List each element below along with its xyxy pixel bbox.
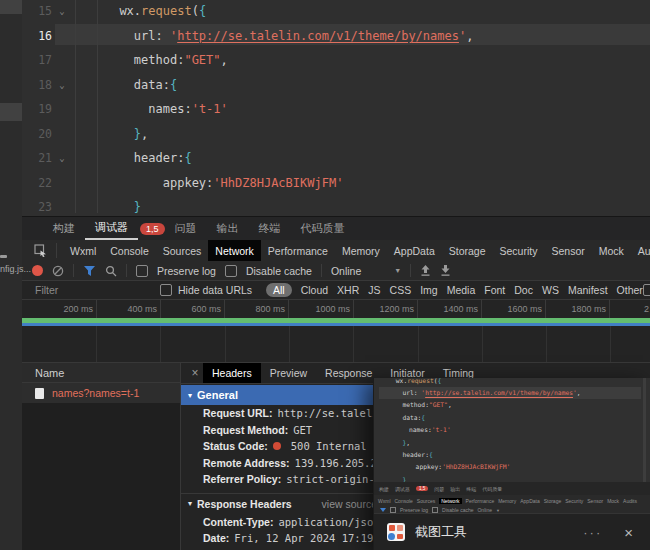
record-icon[interactable]	[32, 265, 43, 276]
filter-type-WS[interactable]: WS	[542, 284, 559, 296]
timeline-waterfall[interactable]	[22, 326, 650, 363]
hide-data-urls-checkbox[interactable]	[160, 284, 172, 296]
tab-Wxml[interactable]: Wxml	[378, 498, 391, 504]
tab-Console[interactable]: Console	[395, 498, 413, 504]
tab-Network[interactable]: Network	[439, 498, 461, 504]
tab-代码质量[interactable]: 代码质量	[291, 217, 355, 240]
filter-type-All[interactable]: All	[266, 283, 292, 297]
close-icon[interactable]: ×	[187, 363, 203, 383]
tab-Wxml[interactable]: Wxml	[63, 240, 103, 261]
fold-chevron-icon[interactable]: ⌄	[52, 153, 72, 163]
code-line-19[interactable]: 19names:'t-1'	[22, 97, 650, 122]
code-line-23[interactable]: 23}	[22, 195, 650, 216]
tab-AppData[interactable]: AppData	[520, 498, 539, 504]
code-editor[interactable]: 15⌄wx.request({16url: 'http://se.talelin…	[22, 0, 650, 216]
tab-输出[interactable]: 输出	[450, 486, 460, 492]
line-number[interactable]: 22	[22, 176, 52, 190]
disable-cache-checkbox[interactable]	[225, 265, 237, 277]
tab-Audits[interactable]: Audits	[623, 498, 637, 504]
line-number[interactable]: 15	[22, 4, 52, 18]
timeline-ruler[interactable]: 200 ms400 ms600 ms800 ms1000 ms1200 ms14…	[22, 300, 650, 318]
filter-type-Doc[interactable]: Doc	[514, 284, 533, 296]
sidebar-item-block[interactable]	[0, 103, 22, 121]
request-row[interactable]: names?names=t-1	[22, 383, 180, 403]
code-line-18[interactable]: 18⌄data:{	[22, 73, 650, 98]
tab-Console[interactable]: Console	[103, 240, 156, 261]
line-number[interactable]: 16	[22, 29, 52, 43]
tab-Memory[interactable]: Memory	[335, 240, 387, 261]
code-line-22[interactable]: 22appkey:'HhDZ8HJAcBIKWjFM'	[22, 171, 650, 196]
filter-type-CSS[interactable]: CSS	[390, 284, 412, 296]
tab-调试器[interactable]: 调试器	[85, 217, 138, 240]
tab-终端[interactable]: 终端	[249, 217, 291, 240]
more-options-icon[interactable]: ···	[583, 525, 602, 540]
line-number[interactable]: 18	[22, 78, 52, 92]
filter-type-Manifest[interactable]: Manifest	[568, 284, 608, 296]
tab-AppData[interactable]: AppData	[387, 240, 442, 261]
tab-问题[interactable]: 问题	[434, 486, 444, 492]
filter-input[interactable]: Filter	[35, 284, 160, 296]
tab-Performance[interactable]: Performance	[466, 498, 495, 504]
filter-type-Media[interactable]: Media	[447, 284, 476, 296]
screenshot-tool-window[interactable]: wx.request({url: 'http://se.talelin.com/…	[373, 378, 650, 550]
tab-构建[interactable]: 构建	[43, 217, 85, 240]
name-column-header[interactable]: Name	[22, 363, 180, 383]
throttle-select[interactable]: Online	[331, 265, 361, 277]
line-number[interactable]: 21	[22, 151, 52, 165]
preserve-log-checkbox[interactable]	[136, 265, 148, 277]
filter-funnel-icon[interactable]	[83, 265, 96, 277]
filter-type-Font[interactable]: Font	[484, 284, 505, 296]
filter-type-JS[interactable]: JS	[368, 284, 380, 296]
tab-Mock[interactable]: Mock	[592, 240, 631, 261]
import-har-icon[interactable]	[420, 264, 431, 277]
tab-Preview[interactable]: Preview	[261, 363, 316, 383]
line-number[interactable]: 19	[22, 102, 52, 116]
tab-Audits[interactable]: Audits	[631, 240, 650, 261]
tab-Storage[interactable]: Storage	[544, 498, 562, 504]
screenshot-tool-titlebar[interactable]: 截图工具 ··· ×	[374, 513, 650, 550]
view-source-link[interactable]: view source	[322, 498, 377, 510]
tab-Sources[interactable]: Sources	[156, 240, 209, 261]
clear-icon[interactable]	[52, 265, 64, 277]
code-line-15[interactable]: 15⌄wx.request({	[22, 0, 650, 24]
tab-构建[interactable]: 构建	[379, 486, 389, 492]
tab-输出[interactable]: 输出	[207, 217, 249, 240]
tab-Network[interactable]: Network	[208, 240, 261, 261]
line-number[interactable]: 20	[22, 127, 52, 141]
fold-chevron-icon[interactable]: ⌄	[52, 80, 72, 90]
tab-Mock[interactable]: Mock	[607, 498, 619, 504]
tab-代码质量[interactable]: 代码质量	[482, 486, 502, 492]
tab-终端[interactable]: 终端	[466, 486, 476, 492]
tab-Sensor[interactable]: Sensor	[544, 240, 591, 261]
blocked-cookies-checkbox[interactable]	[643, 284, 650, 296]
tab-Security[interactable]: Security	[493, 240, 545, 261]
search-icon[interactable]	[105, 265, 117, 277]
filter-type-XHR[interactable]: XHR	[337, 284, 359, 296]
tab-Memory[interactable]: Memory	[498, 498, 516, 504]
code-line-17[interactable]: 17method:"GET",	[22, 48, 650, 73]
filter-type-Img[interactable]: Img	[420, 284, 438, 296]
tab-Performance[interactable]: Performance	[261, 240, 335, 261]
tab-Security[interactable]: Security	[565, 498, 583, 504]
export-har-icon[interactable]	[440, 264, 451, 277]
code-line-20[interactable]: 20},	[22, 122, 650, 147]
tab-Sources[interactable]: Sources	[417, 498, 435, 504]
tab-调试器[interactable]: 调试器	[395, 486, 410, 492]
tab-Headers[interactable]: Headers	[203, 363, 261, 383]
filter-type-Other[interactable]: Other	[617, 284, 643, 296]
chevron-down-icon[interactable]: ▼	[394, 267, 401, 274]
tab-Response[interactable]: Response	[316, 363, 381, 383]
code-line-21[interactable]: 21⌄header:{	[22, 146, 650, 171]
code-line-16[interactable]: 16url: 'http://se.talelin.com/v1/theme/b…	[22, 24, 650, 49]
tab-问题[interactable]: 问题	[165, 217, 207, 240]
sidebar-item-block[interactable]	[0, 0, 22, 14]
screenshot-thumbnail[interactable]: wx.request({url: 'http://se.talelin.com/…	[374, 378, 650, 514]
tab-Sensor[interactable]: Sensor	[587, 498, 603, 504]
tab-Storage[interactable]: Storage	[442, 240, 493, 261]
fold-chevron-icon[interactable]: ⌄	[52, 6, 72, 16]
line-number[interactable]: 23	[22, 200, 52, 214]
sidebar-file-label[interactable]: nfig.js...	[0, 264, 32, 274]
inspect-element-icon[interactable]	[30, 240, 50, 261]
line-number[interactable]: 17	[22, 53, 52, 67]
close-icon[interactable]: ×	[624, 524, 633, 541]
